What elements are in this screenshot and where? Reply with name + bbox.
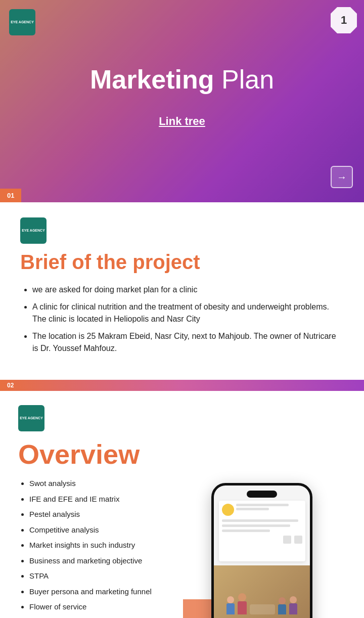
overview-bullet-1: Swot analysis bbox=[29, 478, 170, 490]
slide-hero: EYE AGENCY 1 Marketing Plan Link tree → … bbox=[0, 0, 364, 202]
overview-bullet-8: Buyer persona and marketing funnel bbox=[29, 586, 170, 598]
overview-bullet-3: Pestel analysis bbox=[29, 509, 170, 520]
brief-bullet-2: A clinic for clinical nutrition and the … bbox=[32, 301, 344, 325]
phone-screen bbox=[214, 485, 310, 618]
overview-bullet-2: IFE and EFE and IE matrix bbox=[29, 494, 170, 505]
slide-brief: EYE AGENCY Brief of the project we are a… bbox=[0, 202, 364, 380]
brief-bullet-list: we are asked for doing market plan for a… bbox=[20, 284, 344, 355]
overview-logo: EYE AGENCY bbox=[18, 405, 44, 431]
hero-title-bold: Marketing bbox=[90, 65, 214, 94]
phone-doc bbox=[219, 501, 305, 561]
overview-bullet-4: Competitive analysis bbox=[29, 524, 170, 536]
divider-bar-02: 02 bbox=[0, 380, 364, 391]
hero-title: Marketing Plan bbox=[90, 64, 274, 95]
brief-title: Brief of the project bbox=[20, 251, 344, 274]
divider-num: 02 bbox=[7, 382, 14, 389]
overview-content: Swot analysis IFE and EFE and IE matrix … bbox=[18, 478, 346, 618]
phone-mockup bbox=[211, 483, 312, 618]
phone-meeting-photo bbox=[214, 565, 310, 618]
phone-notch bbox=[247, 491, 277, 498]
overview-bullet-5: Market insights in such industry bbox=[29, 540, 170, 551]
brief-bullet-3: The location is 25 Makram Ebeid, Nasr Ci… bbox=[32, 330, 344, 355]
slide-bottom-num: 01 bbox=[0, 189, 21, 202]
phone-mockup-area bbox=[178, 478, 346, 618]
next-slide-button[interactable]: → bbox=[331, 166, 353, 188]
link-tree-link[interactable]: Link tree bbox=[159, 115, 205, 128]
hero-logo: EYE AGENCY bbox=[9, 9, 35, 35]
slide-overview: EYE AGENCY Overview Swot analysis IFE an… bbox=[0, 391, 364, 618]
slide-number-badge: 1 bbox=[331, 7, 357, 33]
hero-title-light: Plan bbox=[214, 65, 275, 94]
overview-bullet-7: STPA bbox=[29, 570, 170, 582]
overview-bullet-9: Flower of service bbox=[29, 601, 170, 613]
brief-bullet-1: we are asked for doing market plan for a… bbox=[32, 284, 344, 296]
overview-bullet-list: Swot analysis IFE and EFE and IE matrix … bbox=[18, 478, 170, 618]
overview-list: Swot analysis IFE and EFE and IE matrix … bbox=[18, 478, 170, 618]
overview-title: Overview bbox=[18, 438, 346, 470]
hero-logo-text: EYE AGENCY bbox=[11, 20, 34, 24]
brief-logo-text: EYE AGENCY bbox=[22, 228, 45, 233]
overview-bullet-6: Business and marketing objective bbox=[29, 555, 170, 567]
overview-logo-text: EYE AGENCY bbox=[20, 416, 43, 420]
brief-logo: EYE AGENCY bbox=[20, 217, 47, 244]
